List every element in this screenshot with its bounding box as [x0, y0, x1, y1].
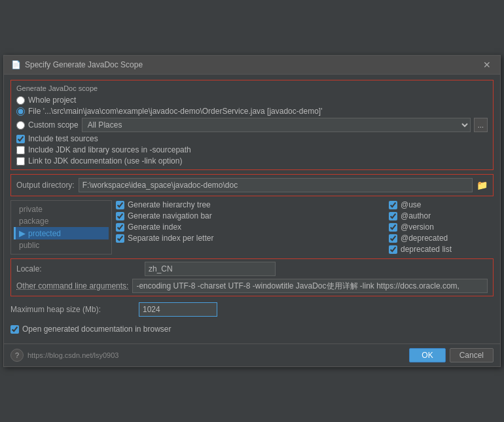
tag-deprecated-checkbox[interactable] [389, 234, 397, 243]
link-jdk-label: Link to JDK documentation (use -link opt… [28, 156, 182, 166]
cmdline-row: Other command line arguments: [16, 279, 488, 293]
output-row: Output directory: 📁 [10, 174, 494, 196]
custom-scope-radio[interactable] [16, 121, 25, 130]
dialog-body: Generate JavaDoc scope Whole project Fil… [4, 75, 500, 341]
dialog-title: Specify Generate JavaDoc Scope [25, 60, 143, 69]
locale-row: Locale: [16, 262, 488, 276]
include-jdk-label: Include JDK and library sources in -sour… [28, 145, 191, 154]
tag-version-checkbox[interactable] [389, 223, 397, 232]
output-label: Output directory: [16, 181, 75, 190]
tag-author: @author [389, 211, 494, 220]
options-panel: Generate hierarchy tree Generate navigat… [116, 200, 385, 255]
opt-navbar-checkbox[interactable] [116, 212, 124, 220]
file-row: File '...\src\main\java\com\example\java… [16, 107, 488, 116]
whole-project-label: Whole project [28, 96, 76, 105]
access-panel: private package ▶ protected public [10, 200, 112, 255]
cmdline-input[interactable] [132, 279, 488, 293]
opt-navbar-label: Generate navigation bar [128, 211, 212, 220]
footer-link: https://blog.csdn.net/lsy0903 [27, 351, 118, 359]
heap-row: Maximum heap size (Mb): [10, 300, 494, 319]
link-jdk-row: Link to JDK documentation (use -link opt… [16, 156, 488, 166]
tag-use-label: @use [401, 200, 422, 209]
tag-version-label: @version [401, 222, 434, 232]
folder-button[interactable]: 📁 [477, 180, 488, 190]
tag-author-label: @author [401, 211, 431, 220]
tag-deprecated: @deprecated [389, 234, 494, 243]
heap-label: Maximum heap size (Mb): [10, 305, 135, 314]
ok-button[interactable]: OK [409, 348, 445, 362]
tag-deprecated-list-label: deprecated list [401, 245, 452, 254]
tags-panel: @use @author @version @deprecated deprec… [389, 200, 494, 255]
open-doc-row: Open generated documentation in browser [10, 323, 494, 336]
opt-separate-index-label: Separate index per letter [128, 234, 213, 243]
tag-deprecated-list-checkbox[interactable] [389, 245, 397, 254]
title-bar: 📄 Specify Generate JavaDoc Scope ✕ [4, 56, 500, 75]
action-buttons: OK Cancel [409, 348, 494, 362]
access-private[interactable]: private [14, 203, 109, 215]
include-test-checkbox[interactable] [16, 135, 25, 143]
middle-section: private package ▶ protected public Gener… [10, 200, 494, 255]
custom-scope-label: Custom scope [28, 120, 79, 130]
opt-index-checkbox[interactable] [116, 223, 124, 232]
access-public-label: public [19, 241, 39, 250]
access-package-label: package [19, 217, 48, 226]
cmdline-label: Other command line arguments: [16, 281, 128, 290]
bottom-bar: ? https://blog.csdn.net/lsy0903 OK Cance… [4, 343, 500, 366]
opt-index: Generate index [116, 222, 385, 232]
opt-separate-index: Separate index per letter [116, 234, 385, 243]
help-button[interactable]: ? [10, 349, 24, 362]
tag-use: @use [389, 200, 494, 209]
include-jdk-row: Include JDK and library sources in -sour… [16, 145, 488, 154]
scope-dots-button[interactable]: ... [474, 118, 488, 132]
access-protected-icon: ▶ [19, 228, 26, 238]
open-doc-checkbox[interactable] [10, 325, 19, 334]
file-radio[interactable] [16, 107, 25, 116]
locale-label: Locale: [16, 264, 141, 273]
access-public[interactable]: public [14, 239, 109, 251]
whole-project-row: Whole project [16, 96, 488, 105]
opt-hierarchy: Generate hierarchy tree [116, 200, 385, 209]
opt-separate-index-checkbox[interactable] [116, 234, 124, 243]
include-jdk-checkbox[interactable] [16, 146, 25, 154]
heap-input[interactable] [139, 302, 217, 317]
output-input[interactable] [79, 178, 473, 192]
access-package[interactable]: package [14, 215, 109, 227]
locale-section: Locale: Other command line arguments: [10, 258, 494, 296]
link-jdk-checkbox[interactable] [16, 157, 25, 166]
tag-use-checkbox[interactable] [389, 201, 397, 209]
tag-author-checkbox[interactable] [389, 212, 397, 220]
close-button[interactable]: ✕ [480, 60, 494, 70]
main-dialog: 📄 Specify Generate JavaDoc Scope ✕ Gener… [3, 55, 501, 367]
custom-scope-select[interactable]: All Places [82, 118, 471, 132]
tag-deprecated-label: @deprecated [401, 234, 448, 243]
opt-navbar: Generate navigation bar [116, 211, 385, 220]
cancel-button[interactable]: Cancel [450, 348, 494, 362]
opt-index-label: Generate index [128, 222, 181, 232]
access-protected[interactable]: ▶ protected [14, 227, 109, 239]
locale-input[interactable] [145, 262, 276, 276]
include-test-label: Include test sources [28, 134, 98, 143]
scope-section-label: Generate JavaDoc scope [16, 84, 488, 92]
open-doc-label: Open generated documentation in browser [22, 325, 171, 334]
opt-hierarchy-label: Generate hierarchy tree [128, 200, 211, 209]
dialog-icon: 📄 [10, 60, 21, 70]
access-protected-label: protected [28, 229, 61, 238]
opt-hierarchy-checkbox[interactable] [116, 201, 124, 209]
tag-version: @version [389, 222, 494, 232]
file-label: File '...\src\main\java\com\example\java… [28, 107, 322, 116]
access-private-label: private [19, 205, 43, 214]
custom-scope-row: Custom scope All Places ... [16, 118, 488, 132]
include-test-row: Include test sources [16, 134, 488, 143]
scope-section: Generate JavaDoc scope Whole project Fil… [10, 80, 494, 170]
whole-project-radio[interactable] [16, 96, 25, 105]
tag-deprecated-list: deprecated list [389, 245, 494, 254]
